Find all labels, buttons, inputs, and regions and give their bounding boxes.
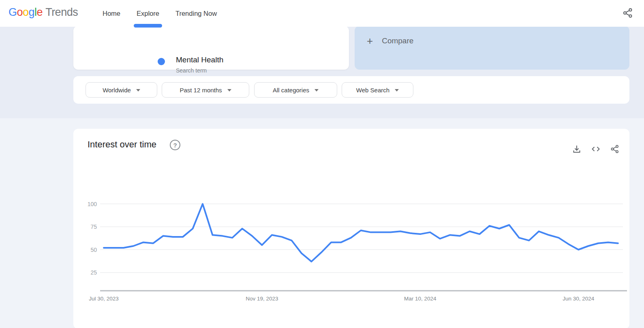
interest-over-time-chart[interactable]: 100755025Jul 30, 2023Nov 19, 2023Mar 10,… [73, 129, 629, 328]
nav-trending-now[interactable]: Trending Now [175, 0, 217, 27]
nav-explore-label: Explore [137, 10, 159, 17]
nav-home[interactable]: Home [103, 0, 120, 27]
chevron-down-icon [395, 89, 399, 92]
search-term-title: Mental Health [176, 55, 223, 64]
time-range-filter-value: Past 12 months [180, 87, 222, 94]
search-term-subtitle: Search term [176, 67, 207, 74]
nav-trending-now-label: Trending Now [175, 10, 217, 17]
region-filter-dropdown[interactable]: Worldwide [86, 82, 157, 98]
category-filter-dropdown[interactable]: All categories [254, 82, 337, 98]
top-app-bar: GoogleTrends Home Explore Trending Now [0, 0, 644, 27]
region-filter-value: Worldwide [103, 87, 131, 94]
x-tick-label: Mar 10, 2024 [404, 296, 436, 302]
x-tick-label: Jul 30, 2023 [89, 296, 119, 302]
share-icon[interactable] [622, 7, 633, 19]
nav-explore[interactable]: Explore [137, 0, 159, 27]
y-tick-label: 25 [90, 269, 97, 276]
series-color-dot [158, 58, 165, 65]
compare-label: Compare [382, 36, 413, 45]
trend-line[interactable] [104, 204, 618, 262]
plus-icon: + [367, 36, 373, 46]
search-type-filter-value: Web Search [356, 87, 389, 94]
nav-home-label: Home [103, 10, 120, 17]
chevron-down-icon [315, 89, 319, 92]
interest-over-time-card: Interest over time ? 100755025Jul 30, 20… [73, 129, 629, 328]
category-filter-value: All categories [273, 87, 309, 94]
y-tick-label: 75 [90, 224, 97, 230]
compare-inner: + Compare [367, 36, 413, 46]
search-term-card[interactable]: Mental Health Search term [73, 26, 349, 70]
trends-logo-text: Trends [45, 6, 78, 18]
search-type-filter-dropdown[interactable]: Web Search [342, 82, 413, 98]
chevron-down-icon [227, 89, 231, 92]
x-tick-label: Nov 19, 2023 [246, 296, 278, 302]
active-tab-indicator [134, 24, 162, 28]
google-logo-text: Google [9, 6, 43, 18]
y-tick-label: 100 [88, 201, 97, 207]
filters-bar: Worldwide Past 12 months All categories … [73, 76, 629, 104]
y-tick-label: 50 [90, 247, 97, 253]
x-tick-label: Jun 30, 2024 [563, 296, 595, 302]
main-nav: Home Explore Trending Now [103, 0, 217, 27]
chevron-down-icon [136, 89, 140, 92]
compare-card[interactable]: + Compare [355, 26, 629, 70]
time-range-filter-dropdown[interactable]: Past 12 months [162, 82, 249, 98]
google-trends-logo[interactable]: GoogleTrends [9, 6, 78, 19]
